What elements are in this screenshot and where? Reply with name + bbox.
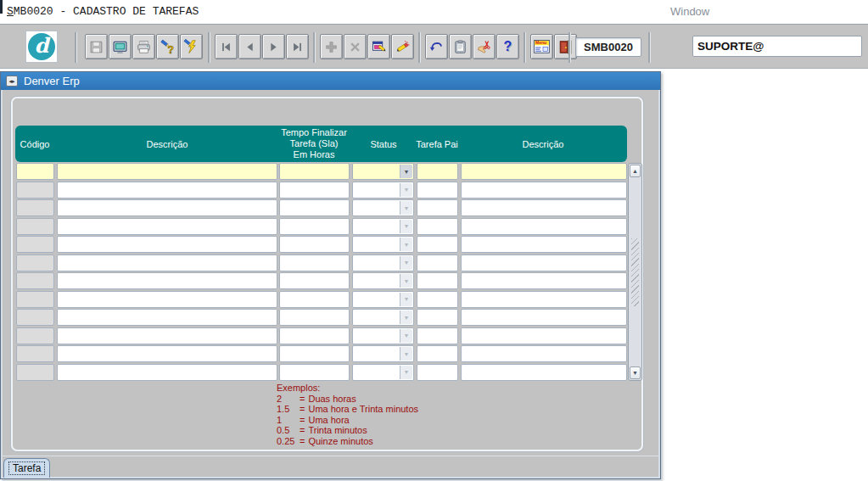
descricao2-cell[interactable]	[461, 182, 627, 199]
tab-tarefa[interactable]: Tarefa	[3, 458, 50, 478]
cut-button[interactable]	[473, 34, 496, 59]
scroll-up-button[interactable]: ▲	[630, 165, 641, 177]
tarefa-pai-cell[interactable]	[417, 309, 458, 326]
status-combobox[interactable]: ▼	[352, 327, 414, 344]
dropdown-arrow-icon[interactable]: ▼	[400, 293, 412, 306]
tarefa-pai-cell[interactable]	[417, 218, 458, 235]
codigo-cell[interactable]	[16, 163, 54, 180]
tempo-sla-cell[interactable]	[279, 254, 350, 271]
descricao2-cell[interactable]	[461, 254, 627, 271]
tarefa-pai-cell[interactable]	[417, 182, 458, 199]
dropdown-arrow-icon[interactable]: ▼	[400, 329, 412, 343]
scroll-down-button[interactable]: ▼	[630, 366, 641, 379]
dropdown-arrow-icon[interactable]: ▼	[400, 165, 412, 178]
codigo-cell[interactable]	[16, 254, 54, 271]
edit-record-button[interactable]	[367, 34, 390, 59]
dropdown-arrow-icon[interactable]: ▼	[400, 220, 412, 233]
tempo-sla-cell[interactable]	[279, 218, 350, 235]
enter-query-button[interactable]: ?	[156, 34, 179, 59]
status-combobox[interactable]: ▼	[352, 236, 414, 253]
descricao-cell[interactable]	[57, 254, 277, 271]
descricao-cell[interactable]	[57, 272, 277, 289]
descricao2-cell[interactable]	[461, 327, 627, 344]
undo-button[interactable]	[425, 34, 448, 59]
tempo-sla-cell[interactable]	[279, 163, 350, 180]
codigo-cell[interactable]	[16, 218, 54, 235]
descricao-cell[interactable]	[57, 199, 277, 216]
dropdown-arrow-icon[interactable]: ▼	[400, 256, 412, 270]
tarefa-pai-cell[interactable]	[417, 272, 458, 289]
dropdown-arrow-icon[interactable]: ▼	[400, 238, 412, 251]
tarefa-pai-cell[interactable]	[417, 364, 458, 381]
descricao-cell[interactable]	[57, 291, 277, 308]
status-combobox[interactable]: ▼	[352, 291, 414, 308]
exit-button[interactable]	[554, 34, 577, 59]
status-combobox[interactable]: ▼	[352, 272, 414, 289]
descricao-cell[interactable]	[57, 309, 277, 326]
descricao-cell[interactable]	[57, 345, 277, 362]
tarefa-pai-cell[interactable]	[417, 163, 458, 180]
tempo-sla-cell[interactable]	[279, 199, 350, 216]
tempo-sla-cell[interactable]	[279, 291, 350, 308]
descricao-cell[interactable]	[57, 364, 277, 381]
display-button[interactable]	[109, 34, 132, 59]
window-restore-icon[interactable]: ◂▸	[6, 76, 18, 87]
dropdown-arrow-icon[interactable]: ▼	[400, 310, 412, 324]
paste-button[interactable]	[449, 34, 472, 59]
tempo-sla-cell[interactable]	[279, 345, 350, 362]
descricao2-cell[interactable]	[461, 309, 627, 326]
tarefa-pai-cell[interactable]	[417, 345, 458, 362]
clear-record-button[interactable]	[391, 34, 414, 59]
status-combobox[interactable]: ▼	[352, 345, 414, 362]
tempo-sla-cell[interactable]	[279, 272, 350, 289]
descricao-cell[interactable]	[57, 182, 277, 199]
descricao2-cell[interactable]	[461, 218, 627, 235]
help-button[interactable]: ?	[496, 34, 519, 59]
dropdown-arrow-icon[interactable]: ▼	[400, 366, 412, 379]
tarefa-pai-cell[interactable]	[417, 236, 458, 253]
save-button[interactable]	[85, 34, 108, 59]
descricao2-cell[interactable]	[461, 236, 627, 253]
codigo-cell[interactable]	[16, 309, 54, 326]
descricao-cell[interactable]	[57, 327, 277, 344]
tempo-sla-cell[interactable]	[279, 364, 350, 381]
print-button[interactable]	[132, 34, 155, 59]
scrollbar-thumb[interactable]	[631, 238, 639, 306]
codigo-cell[interactable]	[16, 182, 54, 199]
codigo-cell[interactable]	[16, 291, 54, 308]
codigo-cell[interactable]	[16, 272, 54, 289]
next-record-button[interactable]	[262, 34, 285, 59]
status-combobox[interactable]: ▼	[352, 364, 414, 381]
status-combobox[interactable]: ▼	[352, 163, 414, 180]
tarefa-pai-cell[interactable]	[417, 254, 458, 271]
last-record-button[interactable]	[286, 34, 309, 59]
descricao2-cell[interactable]	[461, 291, 627, 308]
descricao-cell[interactable]	[57, 163, 277, 180]
dropdown-arrow-icon[interactable]: ▼	[400, 183, 412, 197]
previous-record-button[interactable]	[238, 34, 261, 59]
status-combobox[interactable]: ▼	[352, 218, 414, 235]
tempo-sla-cell[interactable]	[279, 236, 350, 253]
status-combobox[interactable]: ▼	[352, 254, 414, 271]
user-field[interactable]	[692, 36, 862, 57]
descricao2-cell[interactable]	[461, 199, 627, 216]
tempo-sla-cell[interactable]	[279, 182, 350, 199]
dropdown-arrow-icon[interactable]: ▼	[400, 201, 412, 215]
tarefa-pai-cell[interactable]	[417, 291, 458, 308]
status-combobox[interactable]: ▼	[352, 199, 414, 216]
menu-button[interactable]: Menu	[530, 34, 553, 59]
codigo-cell[interactable]	[16, 345, 54, 362]
tarefa-pai-cell[interactable]	[417, 199, 458, 216]
delete-record-button[interactable]	[344, 34, 367, 59]
window-menu[interactable]: Window	[670, 5, 709, 18]
codigo-cell[interactable]	[16, 364, 54, 381]
codigo-cell[interactable]	[16, 199, 54, 216]
tarefa-pai-cell[interactable]	[417, 327, 458, 344]
tempo-sla-cell[interactable]	[279, 327, 350, 344]
tempo-sla-cell[interactable]	[279, 309, 350, 326]
status-combobox[interactable]: ▼	[352, 309, 414, 326]
descricao-cell[interactable]	[57, 218, 277, 235]
dropdown-arrow-icon[interactable]: ▼	[400, 347, 412, 361]
descricao2-cell[interactable]	[461, 163, 627, 180]
codigo-cell[interactable]	[16, 236, 54, 253]
